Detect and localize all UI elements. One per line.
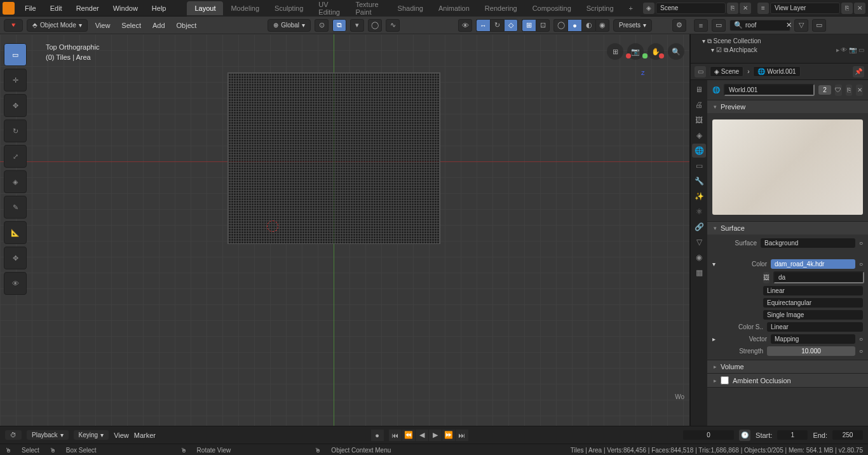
shading-rendered-icon[interactable]: ◉	[595, 19, 609, 32]
presets-dropdown[interactable]: Presets▾	[613, 19, 652, 32]
gizmo-scale-icon[interactable]: ◇	[504, 19, 518, 32]
menu-edit[interactable]: Edit	[44, 2, 69, 15]
ptab-viewlayer[interactable]: 🖼	[692, 113, 706, 127]
tool-transform[interactable]: ◈	[4, 170, 27, 193]
tab-add[interactable]: +	[621, 1, 641, 15]
pivot-icon[interactable]: ⊙	[315, 19, 329, 32]
snap-target-dropdown[interactable]: ▾	[350, 19, 364, 32]
tab-scripting[interactable]: Scripting	[579, 1, 621, 15]
end-frame-field[interactable]: 250	[832, 430, 863, 440]
editor-type-dropdown[interactable]: 🔻	[4, 19, 23, 32]
gizmo-grid-icon[interactable]: ⊞	[607, 43, 623, 60]
expand-icon[interactable]: ▸	[712, 336, 719, 343]
play-reverse-icon[interactable]: ◀	[416, 430, 428, 441]
tool-extra1[interactable]: ✥	[4, 247, 27, 269]
image-name-field[interactable]	[773, 271, 864, 283]
viewlayer-new-icon[interactable]: ⎘	[841, 3, 853, 14]
pin-icon[interactable]: 📌	[853, 66, 864, 78]
ptab-particle[interactable]: ✨	[692, 189, 706, 203]
gizmo-zoom-icon[interactable]: 🔍	[668, 43, 684, 60]
tool-rotate[interactable]: ↻	[4, 119, 27, 142]
menu-window[interactable]: Window	[107, 2, 144, 15]
world-users-count[interactable]: 2	[818, 85, 831, 95]
node-socket-icon[interactable]: ○	[859, 240, 863, 247]
ptab-render[interactable]: 🖥	[692, 83, 706, 97]
tab-compositing[interactable]: Compositing	[525, 1, 579, 15]
new-collection-icon[interactable]: ▭	[812, 19, 826, 32]
node-socket-icon[interactable]: ○	[859, 261, 863, 268]
menu-object[interactable]: Object	[173, 22, 201, 29]
scene-name-field[interactable]	[656, 3, 726, 14]
node-socket-icon[interactable]: ○	[859, 348, 863, 355]
tool-select-box[interactable]: ▭	[4, 43, 27, 66]
viewlayer-delete-icon[interactable]: ✕	[854, 3, 865, 14]
ptab-modifier[interactable]: 🔧	[692, 174, 706, 188]
tab-shading[interactable]: Shading	[390, 1, 431, 15]
new-world-icon[interactable]: ⎘	[846, 85, 853, 96]
scene-new-icon[interactable]: ⎘	[727, 3, 738, 14]
tab-animation[interactable]: Animation	[431, 1, 477, 15]
timeline-view[interactable]: View	[114, 431, 129, 439]
tool-extra2[interactable]: 👁	[4, 272, 27, 295]
projection-dropdown[interactable]: Equirectangular	[763, 298, 863, 308]
tool-scale[interactable]: ⤢	[4, 145, 27, 168]
interpolation-dropdown[interactable]: Linear	[763, 286, 863, 295]
gizmo-rotate-icon[interactable]: ↻	[490, 19, 504, 32]
ptab-world[interactable]: 🌐	[692, 144, 706, 158]
unlink-world-icon[interactable]: ✕	[856, 85, 863, 96]
orientation-dropdown[interactable]: ⊕Global▾	[268, 19, 311, 32]
jump-end-icon[interactable]: ⏭	[456, 430, 468, 441]
ptab-data[interactable]: ▽	[692, 235, 706, 249]
ptab-constraint[interactable]: 🔗	[692, 220, 706, 234]
ptab-scene[interactable]: ◈	[692, 128, 706, 142]
image-browse-icon[interactable]: 🖼	[763, 272, 770, 283]
node-socket-icon[interactable]: ○	[859, 336, 863, 343]
ao-checkbox[interactable]	[721, 376, 729, 384]
crumb-world[interactable]: 🌐 World.001	[753, 66, 800, 77]
next-key-icon[interactable]: ⏩	[442, 430, 455, 441]
playback-dropdown[interactable]: Playback▾	[27, 430, 69, 440]
ptab-output[interactable]: 🖨	[692, 98, 706, 112]
source-dropdown[interactable]: Single Image	[763, 310, 863, 320]
tab-rendering[interactable]: Rendering	[477, 1, 525, 15]
tab-modeling[interactable]: Modeling	[223, 1, 267, 15]
play-icon[interactable]: ▶	[429, 430, 442, 441]
outliner-search-input[interactable]	[745, 22, 783, 29]
blender-logo-icon[interactable]	[3, 2, 15, 15]
clear-icon[interactable]: ✕	[786, 21, 792, 29]
menu-file[interactable]: File	[18, 2, 43, 15]
proportional-dropdown[interactable]: ∿	[386, 19, 400, 32]
tab-sculpting[interactable]: Sculpting	[267, 1, 311, 15]
outliner-type-icon[interactable]: ≡	[694, 19, 708, 32]
menu-help[interactable]: Help	[146, 2, 173, 15]
prev-key-icon[interactable]: ⏪	[402, 430, 415, 441]
expand-icon[interactable]: ▾	[712, 261, 719, 268]
start-frame-field[interactable]: 1	[777, 430, 808, 440]
timeline-marker[interactable]: Marker	[134, 431, 156, 439]
ptab-material[interactable]: ◉	[692, 250, 706, 264]
menu-view[interactable]: View	[92, 22, 114, 29]
options-icon[interactable]: ⚙	[672, 19, 686, 32]
color-image-field[interactable]: dam_road_4k.hdr	[771, 259, 855, 269]
gizmo-move-icon[interactable]: ↔	[476, 19, 490, 32]
autokey-toggle[interactable]: ●	[371, 430, 384, 441]
keying-dropdown[interactable]: Keying▾	[74, 430, 109, 440]
axis-navigator[interactable]: Z	[626, 53, 664, 92]
xray-toggle[interactable]: ⊡	[536, 19, 550, 32]
menu-add[interactable]: Add	[149, 22, 169, 29]
ptab-texture[interactable]: ▦	[692, 266, 706, 280]
display-mode-icon[interactable]: ▭	[712, 19, 726, 32]
3d-viewport[interactable]: Top Orthographic (0) Tiles | Area ▭ ✛ ✥ …	[0, 34, 690, 426]
overlay-toggle[interactable]: ⊞	[522, 19, 536, 32]
vector-mapping-dropdown[interactable]: Mapping	[771, 334, 855, 344]
scene-delete-icon[interactable]: ✕	[740, 3, 751, 14]
ptab-physics[interactable]: ⚛	[692, 205, 706, 219]
outliner-archipack[interactable]: ▾ ☑ ⧉ Archipack ▸ 👁 📷 ▭	[695, 46, 864, 55]
tool-move[interactable]: ✥	[4, 94, 27, 117]
outliner-scene-collection[interactable]: ▾ ⧉ Scene Collection	[695, 37, 864, 46]
shading-solid-icon[interactable]: ●	[567, 19, 581, 32]
crumb-scene[interactable]: ◈ Scene	[710, 66, 743, 77]
fake-user-icon[interactable]: 🛡	[835, 85, 842, 96]
visibility-icon[interactable]: 👁	[458, 19, 472, 32]
tab-layout[interactable]: Layout	[187, 1, 223, 15]
